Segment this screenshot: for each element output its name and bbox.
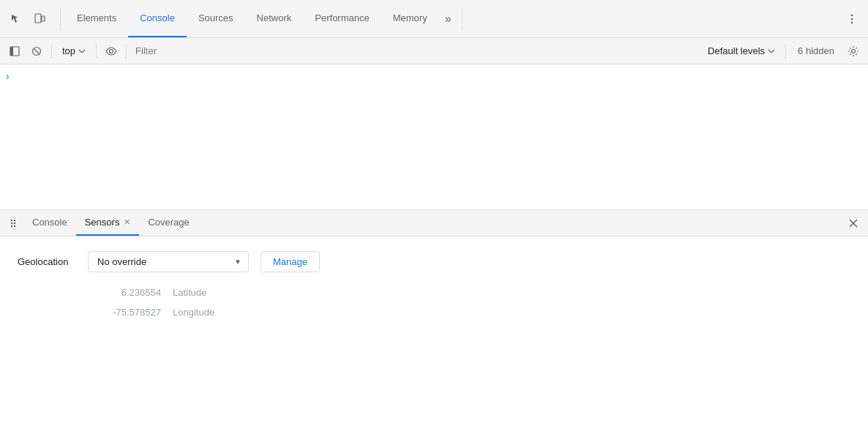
clear-console-button[interactable] bbox=[28, 42, 45, 60]
longitude-label: Longitude bbox=[173, 307, 214, 318]
toolbar-end bbox=[842, 9, 862, 29]
svg-point-10 bbox=[852, 49, 856, 53]
main-nav-tabs: Elements Console Sources Network Perform… bbox=[65, 0, 457, 37]
geolocation-select-wrapper: No override Berlin London Moscow Mountai… bbox=[88, 251, 249, 272]
show-console-sidebar-button[interactable] bbox=[6, 42, 23, 60]
more-tabs-button[interactable]: » bbox=[439, 0, 457, 37]
console-content: › bbox=[0, 64, 868, 209]
bottom-tab-sensors[interactable]: Sensors ✕ bbox=[76, 210, 140, 236]
tab-performance[interactable]: Performance bbox=[303, 0, 381, 37]
inspect-element-button[interactable] bbox=[6, 9, 26, 29]
console-toolbar-divider-2 bbox=[96, 44, 97, 59]
svg-point-14 bbox=[14, 219, 15, 220]
svg-point-4 bbox=[851, 21, 853, 23]
tab-elements[interactable]: Elements bbox=[65, 0, 128, 37]
longitude-row: -75.578527 Longitude bbox=[18, 307, 850, 318]
context-selector[interactable]: top bbox=[58, 44, 90, 58]
levels-dropdown-arrow bbox=[768, 49, 775, 53]
svg-point-12 bbox=[11, 222, 12, 223]
eye-icon-button[interactable] bbox=[102, 42, 120, 60]
bottom-panel-handle[interactable] bbox=[6, 216, 20, 231]
tab-console[interactable]: Console bbox=[128, 0, 187, 37]
bottom-tabs-bar: Console Sensors ✕ Coverage bbox=[0, 210, 868, 236]
tab-network[interactable]: Network bbox=[245, 0, 304, 37]
top-toolbar: Elements Console Sources Network Perform… bbox=[0, 0, 868, 38]
latitude-value: 6.236554 bbox=[88, 287, 161, 298]
console-settings-button[interactable] bbox=[845, 42, 862, 60]
console-prompt[interactable]: › bbox=[6, 70, 10, 82]
geolocation-select[interactable]: No override Berlin London Moscow Mountai… bbox=[88, 251, 249, 272]
close-bottom-panel-button[interactable] bbox=[845, 214, 862, 232]
longitude-value: -75.578527 bbox=[88, 307, 161, 318]
bottom-panel: Console Sensors ✕ Coverage Geolocation N… bbox=[0, 209, 868, 341]
svg-rect-6 bbox=[10, 47, 13, 56]
console-toolbar: top Default levels 6 hidden bbox=[0, 38, 868, 64]
latitude-label: Latitude bbox=[173, 287, 206, 298]
geolocation-label: Geolocation bbox=[18, 256, 76, 267]
more-options-button[interactable] bbox=[842, 9, 862, 29]
geolocation-row: Geolocation No override Berlin London Mo… bbox=[18, 251, 850, 272]
console-toolbar-divider-3 bbox=[126, 44, 127, 59]
toolbar-icons bbox=[6, 9, 50, 29]
hidden-count: 6 hidden bbox=[792, 45, 840, 56]
sensors-panel-content: Geolocation No override Berlin London Mo… bbox=[0, 236, 868, 341]
context-dropdown-arrow bbox=[78, 49, 86, 53]
tab-sources[interactable]: Sources bbox=[187, 0, 245, 37]
bottom-tab-console[interactable]: Console bbox=[23, 210, 76, 236]
manage-button[interactable]: Manage bbox=[261, 251, 320, 272]
console-toolbar-divider bbox=[51, 44, 52, 59]
svg-point-2 bbox=[851, 14, 853, 16]
bottom-tab-coverage[interactable]: Coverage bbox=[139, 210, 198, 236]
tab-memory[interactable]: Memory bbox=[381, 0, 439, 37]
console-toolbar-divider-4 bbox=[785, 44, 786, 59]
svg-point-16 bbox=[14, 225, 15, 226]
toolbar-divider-1 bbox=[60, 7, 61, 31]
svg-point-9 bbox=[110, 49, 113, 53]
svg-point-3 bbox=[851, 18, 853, 20]
toolbar-divider-2 bbox=[462, 7, 463, 31]
svg-point-13 bbox=[11, 225, 12, 226]
latitude-row: 6.236554 Latitude bbox=[18, 287, 850, 298]
svg-rect-1 bbox=[42, 16, 45, 21]
log-levels-selector[interactable]: Default levels bbox=[703, 44, 779, 58]
svg-line-8 bbox=[34, 48, 40, 53]
filter-input[interactable] bbox=[132, 42, 699, 60]
svg-point-15 bbox=[14, 222, 15, 223]
svg-point-11 bbox=[11, 219, 12, 220]
device-toolbar-button[interactable] bbox=[29, 9, 50, 29]
svg-rect-0 bbox=[35, 14, 41, 23]
sensors-tab-close[interactable]: ✕ bbox=[124, 217, 130, 227]
